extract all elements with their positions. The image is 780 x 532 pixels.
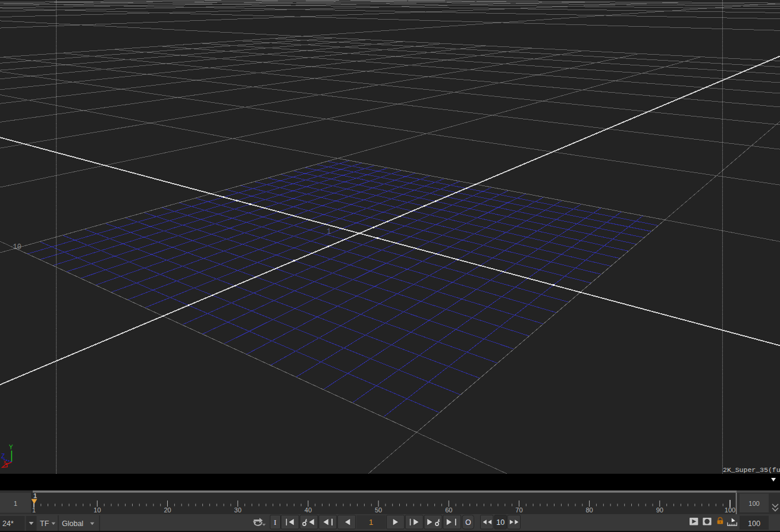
- svg-text:100: 100: [725, 506, 735, 514]
- svg-text:20: 20: [164, 506, 171, 514]
- svg-text:80: 80: [585, 506, 593, 514]
- svg-text:TF: TF: [40, 520, 49, 528]
- svg-text:10: 10: [93, 506, 101, 514]
- svg-text:1: 1: [32, 506, 36, 514]
- svg-text:Global: Global: [62, 520, 83, 528]
- svg-text:100: 100: [748, 520, 760, 528]
- svg-text:100: 100: [748, 500, 759, 507]
- svg-text:1: 1: [369, 518, 373, 527]
- svg-text:2K_Super_35(ful: 2K_Super_35(ful: [723, 466, 780, 474]
- svg-text:I: I: [274, 518, 276, 527]
- svg-text:40: 40: [305, 506, 312, 514]
- svg-text:70: 70: [515, 506, 522, 514]
- svg-text:1: 1: [33, 492, 37, 499]
- svg-text:24*: 24*: [2, 520, 14, 528]
- svg-text:1: 1: [14, 500, 17, 507]
- svg-text:30: 30: [234, 506, 242, 514]
- svg-text:Y: Y: [9, 444, 13, 451]
- svg-text:10: 10: [496, 518, 505, 527]
- svg-text:O: O: [465, 518, 471, 527]
- svg-text:90: 90: [656, 506, 663, 514]
- svg-text:60: 60: [445, 506, 452, 514]
- svg-text:10: 10: [13, 243, 21, 251]
- svg-text:1: 1: [327, 228, 331, 236]
- svg-text:50: 50: [375, 506, 382, 514]
